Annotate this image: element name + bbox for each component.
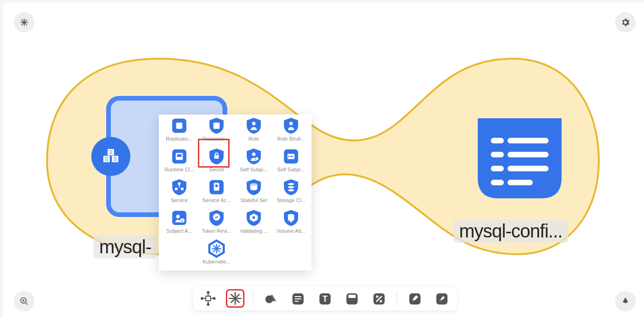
svg-point-40 <box>288 156 290 157</box>
runtime-class-icon <box>170 147 189 166</box>
svg-rect-53 <box>172 211 186 225</box>
svg-point-51 <box>288 186 294 189</box>
palette-item-label: Kubernete... <box>203 259 230 264</box>
svg-point-100 <box>380 300 382 303</box>
palette-item-label: Resource ... <box>203 136 230 142</box>
toolbar-shapes-icon[interactable] <box>262 289 280 308</box>
svg-rect-29 <box>176 122 182 129</box>
bottom-toolbar: T <box>193 286 457 311</box>
svg-line-69 <box>217 250 220 252</box>
zoom-button[interactable] <box>14 291 34 311</box>
palette-item-label: Role Bindi... <box>277 136 305 142</box>
toolbar-percent-icon[interactable] <box>370 289 388 308</box>
palette-item-kubernetes-icon[interactable]: Kubernete... <box>198 239 235 270</box>
token-review-icon <box>207 209 226 227</box>
svg-line-88 <box>231 295 233 297</box>
palette-item-resource-quota-icon[interactable]: Resource ... <box>198 116 235 147</box>
svg-point-36 <box>252 152 256 156</box>
palette-item-label: Token Revi... <box>202 228 231 234</box>
palette-item-role-icon[interactable]: Role <box>235 116 272 147</box>
subject-access-icon: $ <box>170 209 189 227</box>
palette-item-label: Volume Att... <box>277 228 305 234</box>
pen-mode-button[interactable] <box>615 291 636 311</box>
container-badge <box>91 137 130 176</box>
palette-item-secret-icon[interactable]: Secret <box>198 147 235 178</box>
role-binding-icon <box>282 116 300 135</box>
svg-point-79 <box>213 298 215 299</box>
palette-item-label: Stateful Set <box>241 197 267 203</box>
left-node-label: mysql- <box>94 236 157 258</box>
resource-quota-icon <box>207 116 226 135</box>
palette-item-label: Role <box>249 136 259 142</box>
toolbar-comment-icon[interactable] <box>289 289 307 308</box>
svg-line-68 <box>213 250 216 252</box>
toolbar-separator <box>253 291 253 305</box>
palette-item-validating-webhook-icon[interactable]: Validating ... <box>235 209 272 239</box>
svg-point-58 <box>252 216 255 219</box>
kubernetes-icon <box>207 239 226 258</box>
svg-point-32 <box>289 122 293 125</box>
freeze-button[interactable] <box>14 12 34 33</box>
palette-item-label: Service <box>171 197 188 203</box>
svg-line-67 <box>217 245 220 248</box>
role-icon <box>244 116 263 135</box>
freeze-icon <box>20 18 29 27</box>
palette-item-self-subject-access-icon[interactable]: Self Subje... <box>235 147 272 178</box>
svg-text:T: T <box>322 294 327 304</box>
svg-point-77 <box>207 304 209 305</box>
palette-item-runtime-class-icon[interactable]: Runtime Cl... <box>161 147 198 178</box>
palette-item-volume-attachment-icon[interactable]: Volume Att... <box>272 209 310 239</box>
volume-attachment-icon <box>282 209 300 227</box>
palette-item-subject-access-icon[interactable]: $Subject A... <box>161 209 198 239</box>
toolbar-separator <box>397 291 397 305</box>
svg-point-52 <box>288 189 294 191</box>
svg-point-76 <box>207 291 209 293</box>
palette-item-service-account-icon[interactable]: Service Ac... <box>198 178 235 209</box>
settings-button[interactable] <box>615 12 636 33</box>
palette-item-storage-class-icon[interactable]: Storage Cl... <box>272 178 310 209</box>
self-subject-rules-icon <box>282 147 300 166</box>
svg-point-49 <box>250 183 257 186</box>
palette-item-role-binding-icon[interactable]: Role Bindi... <box>272 116 310 147</box>
palette-item-label: Validating ... <box>240 228 268 234</box>
svg-point-42 <box>178 183 181 185</box>
svg-line-86 <box>231 300 233 302</box>
diagram-canvas[interactable]: mysql- mysql-confi... Replicatio...Resou… <box>3 3 644 318</box>
palette-item-token-review-icon[interactable]: Token Revi... <box>198 209 235 239</box>
palette-item-label: Replicatio... <box>166 136 192 142</box>
svg-rect-60 <box>290 219 292 223</box>
toolbar-marker-icon[interactable] <box>433 289 451 308</box>
service-icon <box>170 178 189 196</box>
svg-point-80 <box>233 297 236 300</box>
svg-line-87 <box>237 300 239 302</box>
svg-line-70 <box>213 245 216 248</box>
mysql-configmap-node[interactable] <box>478 118 562 198</box>
self-subject-access-icon <box>244 147 263 166</box>
palette-item-label: Self Subje... <box>277 167 305 172</box>
palette-item-label: Subject A... <box>166 228 192 234</box>
palette-item-label: Self Subje... <box>240 167 267 172</box>
containers-icon <box>101 146 121 167</box>
palette-item-label: Storage Cl... <box>277 197 305 203</box>
toolbar-text-icon[interactable]: T <box>316 289 334 308</box>
palette-item-replication-controller-icon[interactable]: Replicatio... <box>161 116 198 147</box>
storage-class-icon <box>282 178 300 196</box>
resource-palette-panel: Replicatio...Resource ...RoleRole Bindi.… <box>159 115 312 271</box>
palette-item-self-subject-rules-icon[interactable]: Self Subje... <box>272 147 310 178</box>
svg-point-54 <box>176 215 180 218</box>
svg-point-78 <box>201 298 203 299</box>
replication-controller-icon <box>170 116 189 135</box>
palette-item-label: Secret <box>209 167 224 172</box>
toolbar-pen-icon[interactable] <box>406 289 424 308</box>
validating-webhook-icon <box>244 209 263 227</box>
palette-item-service-icon[interactable]: Service <box>161 178 198 209</box>
right-node-label: mysql-confi... <box>454 220 568 243</box>
toolbar-kubernetes-helm-icon[interactable] <box>226 289 244 308</box>
svg-rect-71 <box>206 296 210 301</box>
toolbar-card-icon[interactable] <box>343 289 361 308</box>
svg-line-5 <box>26 303 28 305</box>
svg-point-99 <box>376 296 378 298</box>
toolbar-system-icon[interactable] <box>199 289 217 308</box>
service-account-icon <box>207 178 226 196</box>
palette-item-stateful-set-icon[interactable]: Stateful Set <box>235 178 272 209</box>
